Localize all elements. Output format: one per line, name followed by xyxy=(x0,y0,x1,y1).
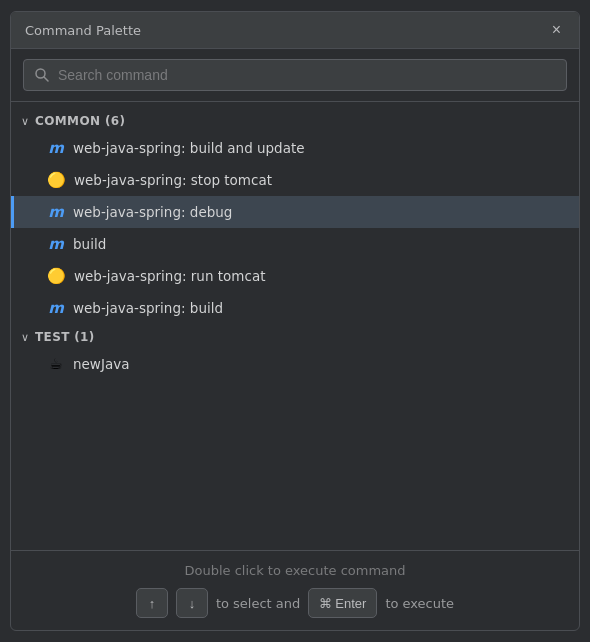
section-header-common[interactable]: ∨ COMMON (6) xyxy=(11,108,579,132)
command-palette-dialog: Command Palette × ∨ COMMON (6) m web-jav… xyxy=(10,11,580,631)
section-label-test: TEST (1) xyxy=(35,330,95,344)
execute-text: to execute xyxy=(385,596,454,611)
command-item-debug[interactable]: m web-java-spring: debug xyxy=(11,196,579,228)
up-arrow-icon: ↑ xyxy=(149,596,156,611)
enter-label: Enter xyxy=(335,596,366,611)
maven-icon-3: m xyxy=(47,235,65,253)
command-label-5: web-java-spring: run tomcat xyxy=(74,268,265,284)
maven-icon-1: m xyxy=(47,139,65,157)
command-label-1: web-java-spring: build and update xyxy=(73,140,305,156)
tomcat-icon-2: 🟡 xyxy=(47,267,66,285)
command-label-7: newJava xyxy=(73,356,129,372)
section-label-common: COMMON (6) xyxy=(35,114,125,128)
command-item-run-tomcat[interactable]: 🟡 web-java-spring: run tomcat xyxy=(11,260,579,292)
search-bar xyxy=(11,49,579,102)
footer: Double click to execute command ↑ ↓ to s… xyxy=(11,550,579,630)
section-header-test[interactable]: ∨ TEST (1) xyxy=(11,324,579,348)
command-item-newjava[interactable]: ☕ newJava xyxy=(11,348,579,380)
down-arrow-icon: ↓ xyxy=(189,596,196,611)
command-label-4: build xyxy=(73,236,106,252)
maven-icon-4: m xyxy=(47,299,65,317)
command-item-build-only[interactable]: m web-java-spring: build xyxy=(11,292,579,324)
command-item-stop-tomcat[interactable]: 🟡 web-java-spring: stop tomcat xyxy=(11,164,579,196)
chevron-common-icon: ∨ xyxy=(21,115,29,128)
svg-line-1 xyxy=(44,77,48,81)
maven-icon-2: m xyxy=(47,203,65,221)
footer-keys: ↑ ↓ to select and ⌘ Enter to execute xyxy=(136,588,454,618)
dialog-title: Command Palette xyxy=(25,23,141,38)
double-click-hint: Double click to execute command xyxy=(184,563,405,578)
cmd-symbol: ⌘ xyxy=(319,596,332,611)
command-item-build[interactable]: m build xyxy=(11,228,579,260)
title-bar: Command Palette × xyxy=(11,12,579,49)
tomcat-icon-1: 🟡 xyxy=(47,171,66,189)
search-icon xyxy=(34,67,50,83)
chevron-test-icon: ∨ xyxy=(21,331,29,344)
between-text: to select and xyxy=(216,596,300,611)
command-list: ∨ COMMON (6) m web-java-spring: build an… xyxy=(11,102,579,550)
java-icon: ☕ xyxy=(47,355,65,373)
arrow-up-button[interactable]: ↑ xyxy=(136,588,168,618)
close-button[interactable]: × xyxy=(548,20,565,40)
command-label-2: web-java-spring: stop tomcat xyxy=(74,172,272,188)
enter-button[interactable]: ⌘ Enter xyxy=(308,588,377,618)
search-input[interactable] xyxy=(58,67,556,83)
command-label-3: web-java-spring: debug xyxy=(73,204,232,220)
command-item-build-update[interactable]: m web-java-spring: build and update xyxy=(11,132,579,164)
search-wrapper xyxy=(23,59,567,91)
command-label-6: web-java-spring: build xyxy=(73,300,223,316)
arrow-down-button[interactable]: ↓ xyxy=(176,588,208,618)
